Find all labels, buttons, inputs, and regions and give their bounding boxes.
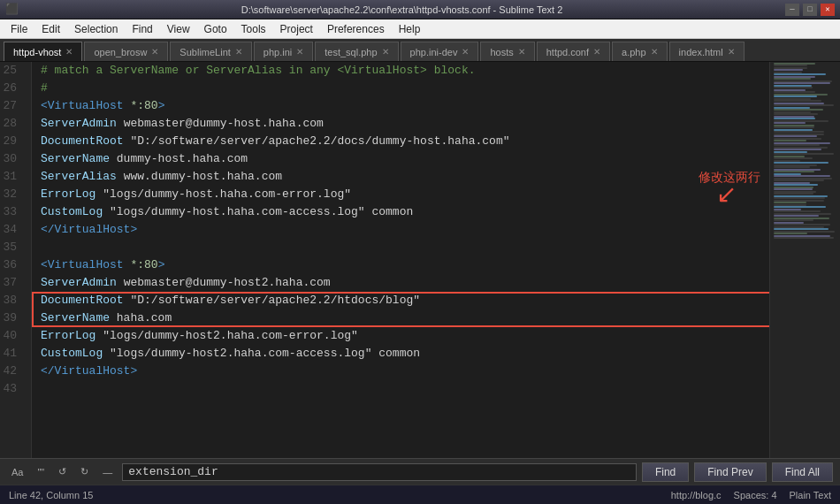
minimap-line <box>774 193 813 195</box>
code-line-39: ServerName haha.com <box>41 309 840 327</box>
find-all-button[interactable]: Find All <box>772 462 833 482</box>
minimap-line <box>774 91 815 93</box>
line-number-25: 25 <box>0 62 24 80</box>
line-number-29: 29 <box>0 133 24 150</box>
minimap-line <box>774 149 821 150</box>
tab-close-icon[interactable]: ✕ <box>518 47 525 57</box>
tab-close-icon[interactable]: ✕ <box>728 47 735 57</box>
line-number-36: 36 <box>0 256 24 274</box>
menu-item-preferences[interactable]: Preferences <box>320 19 392 38</box>
find-button[interactable]: Find <box>642 462 689 482</box>
title-text: D:\software\server\apache2.2\conf\extra\… <box>241 4 563 15</box>
minimap-line <box>774 197 825 199</box>
minimap-line <box>774 233 807 234</box>
minimize-button[interactable]: — <box>785 4 799 16</box>
code-line-37: ServerAdmin webmaster@dummy-host2.haha.c… <box>41 274 840 292</box>
line-number-38: 38 <box>0 292 24 309</box>
menu-item-find[interactable]: Find <box>125 19 159 38</box>
find-input[interactable] <box>122 463 637 481</box>
close-button[interactable]: ✕ <box>821 4 835 16</box>
status-right: http://blog.c Spaces: 4 Plain Text <box>671 490 831 500</box>
find-option-wrap[interactable]: ↻ <box>76 464 93 479</box>
line-number-41: 41 <box>0 345 24 363</box>
tab-close-icon[interactable]: ✕ <box>593 47 600 57</box>
code-area[interactable]: 修改这两行 ↙ # match a ServerName or ServerAl… <box>32 62 840 458</box>
code-line-30: ServerName dummy-host.haha.com <box>41 150 840 168</box>
code-line-27: <VirtualHost *:80> <box>41 97 840 115</box>
tab-close-icon[interactable]: ✕ <box>296 47 303 57</box>
find-bar: Aa "" ↺ ↻ — Find Find Prev Find All <box>0 458 840 485</box>
line-number-33: 33 <box>0 203 24 221</box>
menu-item-help[interactable]: Help <box>392 19 428 38</box>
code-line-38: DocumentRoot "D:/software/server/apache2… <box>41 292 840 309</box>
line-number-35: 35 <box>0 239 24 256</box>
minimap-line <box>774 144 820 146</box>
minimap-line <box>774 69 803 71</box>
code-line-36: <VirtualHost *:80> <box>41 256 840 274</box>
minimap-line <box>774 179 824 181</box>
file-type: Plain Text <box>790 490 832 500</box>
minimap-line <box>774 215 819 217</box>
minimap-line <box>774 153 834 155</box>
minimap-line <box>774 171 814 172</box>
code-line-25: # match a ServerName or ServerAlias in a… <box>41 62 840 80</box>
tab-phpini[interactable]: php.ini✕ <box>254 42 313 61</box>
cursor-position: Line 42, Column 15 <box>9 490 93 500</box>
find-option-regex[interactable]: ↺ <box>54 464 71 479</box>
tab-indexhtml[interactable]: index.html✕ <box>669 42 745 61</box>
find-option-case[interactable]: Aa <box>7 465 27 479</box>
tab-aphp[interactable]: a.php✕ <box>612 42 668 61</box>
tab-sublimelint[interactable]: SublimeLint✕ <box>170 42 251 61</box>
minimap-line <box>774 122 806 124</box>
tab-close-icon[interactable]: ✕ <box>65 47 73 57</box>
minimap-line <box>774 228 829 230</box>
menu-item-project[interactable]: Project <box>273 19 320 38</box>
tab-httpdvhost[interactable]: httpd-vhost✕ <box>4 42 82 61</box>
tab-openbrosw[interactable]: open_brosw✕ <box>84 42 168 61</box>
minimap <box>769 62 840 458</box>
code-line-42: </VirtualHost> <box>41 363 840 380</box>
tab-close-icon[interactable]: ✕ <box>151 47 158 57</box>
tab-httpdconf[interactable]: httpd.conf✕ <box>537 42 610 61</box>
tab-close-icon[interactable]: ✕ <box>462 47 469 57</box>
line-number-40: 40 <box>0 327 24 345</box>
find-prev-button[interactable]: Find Prev <box>694 462 766 482</box>
line-number-42: 42 <box>0 363 24 380</box>
maximize-button[interactable]: □ <box>803 4 817 16</box>
tab-phpinidev[interactable]: php.ini-dev✕ <box>401 42 479 61</box>
tab-label: hosts <box>490 47 513 57</box>
menu-item-view[interactable]: View <box>160 19 197 38</box>
line-number-31: 31 <box>0 168 24 186</box>
line-number-26: 26 <box>0 80 24 97</box>
code-line-26: # <box>41 80 840 97</box>
tab-label: open_brosw <box>94 47 147 57</box>
tab-close-icon[interactable]: ✕ <box>382 47 389 57</box>
menu-item-edit[interactable]: Edit <box>34 19 67 38</box>
menu-item-goto[interactable]: Goto <box>197 19 234 38</box>
line-number-32: 32 <box>0 186 24 203</box>
spaces-info: Spaces: 4 <box>734 490 777 500</box>
code-line-34: </VirtualHost> <box>41 221 840 239</box>
tab-testsqlphp[interactable]: test_sql.php✕ <box>315 42 398 61</box>
menu-item-tools[interactable]: Tools <box>234 19 273 38</box>
title-bar: ⬛ D:\software\server\apache2.2\conf\extr… <box>0 0 840 19</box>
find-option-word[interactable]: "" <box>33 465 49 479</box>
menu-bar: FileEditSelectionFindViewGotoToolsProjec… <box>0 19 840 39</box>
minimap-line <box>774 202 806 203</box>
tab-label: httpd-vhost <box>13 47 61 57</box>
tab-label: php.ini <box>263 47 292 57</box>
tab-label: php.ini-dev <box>410 47 458 57</box>
title-icon: ⬛ <box>5 3 19 16</box>
tab-hosts[interactable]: hosts✕ <box>480 42 534 61</box>
tab-label: SublimeLint <box>179 47 230 57</box>
find-option-insel[interactable]: — <box>98 465 117 479</box>
minimap-line <box>774 118 815 119</box>
minimap-line <box>774 104 834 106</box>
tab-close-icon[interactable]: ✕ <box>651 47 658 57</box>
menu-item-selection[interactable]: Selection <box>67 19 125 38</box>
code-line-40: ErrorLog "logs/dummy-host2.haha.com-erro… <box>41 327 840 345</box>
tab-close-icon[interactable]: ✕ <box>235 47 242 57</box>
minimap-line <box>774 157 813 159</box>
minimap-line <box>774 162 829 164</box>
menu-item-file[interactable]: File <box>4 19 34 38</box>
